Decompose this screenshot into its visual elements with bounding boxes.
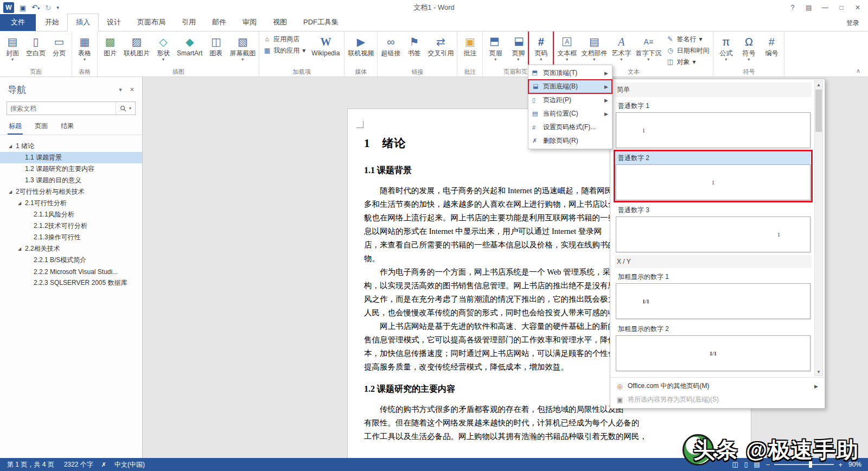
gallery-item-plain-1[interactable]: 普通数字 1 1 xyxy=(615,99,812,149)
tab-insert[interactable]: 插入 xyxy=(67,14,99,31)
tab-file[interactable]: 文件 xyxy=(0,14,36,31)
cross-reference-button[interactable]: ⇄ 交叉引用 xyxy=(425,32,456,67)
close-icon[interactable]: ✕ xyxy=(851,2,865,13)
wordart-button[interactable]: A 艺术字▾ xyxy=(609,32,633,67)
page-number-button[interactable]: # 页码▾ xyxy=(529,32,552,67)
search-icon[interactable] xyxy=(120,105,126,112)
table-button[interactable]: ▦ 表格▾ xyxy=(73,32,96,67)
tab-review[interactable]: 审阅 xyxy=(234,14,265,31)
online-video-button[interactable]: ▶ 联机视频 xyxy=(346,32,376,67)
collapse-ribbon-icon[interactable]: ∧ xyxy=(856,67,860,74)
nav-options-icon[interactable]: ▾ xyxy=(119,86,122,93)
scroll-up-icon[interactable]: ▲ xyxy=(816,81,821,88)
scroll-down-icon[interactable]: ▼ xyxy=(816,368,821,375)
tab-design[interactable]: 设计 xyxy=(99,14,129,31)
proofing-errors-icon[interactable]: ✗ xyxy=(98,461,110,468)
heading-item[interactable]: 2.2.3 SQLSERVER 2005 数据库 xyxy=(0,277,142,289)
comment-button[interactable]: ▣ 批注 xyxy=(458,32,481,67)
heading-item[interactable]: ◢1 绪论 xyxy=(0,141,142,152)
drop-cap-button[interactable]: A≡ 首字下沉▾ xyxy=(633,32,663,67)
redo-icon[interactable]: ↻ xyxy=(45,4,51,11)
chart-button[interactable]: ◫ 图表 xyxy=(205,32,227,67)
tab-page-layout[interactable]: 页面布局 xyxy=(129,14,174,31)
heading-item[interactable]: 2.1.3操作可行性 xyxy=(0,232,142,243)
collapse-triangle-icon[interactable]: ◢ xyxy=(9,144,16,149)
ribbon-display-options-icon[interactable]: ▤ xyxy=(802,2,816,13)
heading-item[interactable]: 2.1.2技术可行分析 xyxy=(0,220,142,232)
symbol-button[interactable]: Ω 符号▾ xyxy=(737,32,760,67)
menu-item-current-position[interactable]: ▤ 当前位置(C) ▶ xyxy=(528,107,612,120)
search-options-icon[interactable]: ▾ xyxy=(129,106,131,111)
gallery-item-bold-1[interactable]: 加粗显示的数字 1 1/1 xyxy=(615,270,812,320)
maximize-icon[interactable]: □ xyxy=(834,2,848,13)
collapse-triangle-icon[interactable]: ◢ xyxy=(18,201,25,206)
scroll-thumb[interactable] xyxy=(815,90,822,132)
page-break-button[interactable]: ▭ 分页 xyxy=(48,32,71,67)
menu-item-bottom-of-page[interactable]: ◧ 页面底端(B) ▶ xyxy=(528,80,612,93)
tab-mailings[interactable]: 邮件 xyxy=(204,14,234,31)
heading-item[interactable]: ◢2可行性分析与相关技术 xyxy=(0,186,142,198)
save-icon[interactable]: ▣ xyxy=(20,4,26,11)
gallery-item-bold-2[interactable]: 加粗显示的数字 2 1/1 xyxy=(615,322,812,372)
tab-pdf-tools[interactable]: PDF工具集 xyxy=(295,14,347,31)
search-input[interactable] xyxy=(7,105,116,112)
page-indicator[interactable]: 第 1 页，共 4 页 xyxy=(2,460,59,469)
document-search-box[interactable]: ▾ xyxy=(7,101,136,115)
shapes-button[interactable]: ◇ 形状▾ xyxy=(152,32,175,67)
sign-in-link[interactable]: 登录 xyxy=(838,15,868,31)
nav-tab-results[interactable]: 结果 xyxy=(60,119,75,135)
customize-qat-icon[interactable]: ▾ xyxy=(56,4,59,11)
gallery-scrollbar[interactable]: ▲ ▼ xyxy=(814,80,823,376)
pictures-button[interactable]: ▩ 图片 xyxy=(99,32,122,67)
save-selection-as-page-number[interactable]: ▣ 将所选内容另存为页码(底端)(S) xyxy=(612,393,822,406)
menu-item-top-of-page[interactable]: ◧ 页面顶端(T) ▶ xyxy=(528,66,612,80)
tab-references[interactable]: 引用 xyxy=(174,14,204,31)
nav-tab-pages[interactable]: 页面 xyxy=(34,119,49,135)
collapse-triangle-icon[interactable]: ◢ xyxy=(18,246,25,251)
bookmark-button[interactable]: ⚑ 书签 xyxy=(403,32,425,67)
help-icon[interactable]: ? xyxy=(786,2,800,13)
heading-item[interactable]: 1.3 课题的目的意义 xyxy=(0,175,142,186)
tab-home[interactable]: 开始 xyxy=(37,14,67,31)
quick-parts-button[interactable]: ▤ 文档部件▾ xyxy=(579,32,609,67)
word-app-icon[interactable]: W xyxy=(3,2,14,13)
smartart-button[interactable]: ◆ SmartArt xyxy=(175,32,205,67)
online-pictures-button[interactable]: ▨ 联机图片 xyxy=(122,32,152,67)
language-indicator[interactable]: 中文(中国) xyxy=(110,460,150,469)
heading-item[interactable]: 1.2 课题研究的主要内容 xyxy=(0,163,142,175)
heading-item[interactable]: ◢2.2相关技术 xyxy=(0,243,142,254)
heading-item[interactable]: 2.2.1 B/S模式简介 xyxy=(0,254,142,266)
hyperlink-button[interactable]: ∞ 超链接 xyxy=(379,32,403,67)
word-count[interactable]: 2322 个字 xyxy=(59,460,98,469)
object-button[interactable]: ◫ 对象▾ xyxy=(663,56,712,67)
signature-line-button[interactable]: ✎ 签名行▾ xyxy=(663,34,712,44)
gallery-item-plain-2[interactable]: 普通数字 2 1 xyxy=(615,151,812,201)
footer-button[interactable]: ◧ 页脚▾ xyxy=(507,32,529,67)
equation-button[interactable]: π 公式▾ xyxy=(714,32,737,67)
date-time-button[interactable]: ◷ 日期和时间 xyxy=(663,45,712,56)
cover-page-button[interactable]: ▤ 封面▾ xyxy=(1,32,24,67)
wikipedia-button[interactable]: W Wikipedia xyxy=(308,32,343,67)
undo-icon[interactable]: ↶▾ xyxy=(31,4,40,12)
menu-item-remove-page-numbers[interactable]: ✗ 删除页码(R) xyxy=(528,134,612,148)
blank-page-button[interactable]: ▯ 空白页 xyxy=(24,32,48,67)
collapse-triangle-icon[interactable]: ◢ xyxy=(9,189,16,194)
gallery-item-plain-3[interactable]: 普通数字 3 1 xyxy=(615,203,812,253)
nav-tab-headings[interactable]: 标题 xyxy=(8,119,23,135)
my-apps-button[interactable]: ▦ 我的应用▾ xyxy=(260,45,308,56)
numbering-button[interactable]: # 编号 xyxy=(760,32,783,67)
heading-item[interactable]: 2.1.1风险分析 xyxy=(0,209,142,220)
more-page-numbers-office-com[interactable]: ◎ Office.com 中的其他页码(M) ▶ xyxy=(612,379,822,393)
screenshot-button[interactable]: ▧ 屏幕截图▾ xyxy=(227,32,258,67)
text-box-button[interactable]: A 文本框▾ xyxy=(555,32,579,67)
heading-item[interactable]: ◢2.1可行性分析 xyxy=(0,198,142,209)
minimize-icon[interactable]: — xyxy=(818,2,832,13)
nav-close-icon[interactable]: ✕ xyxy=(130,86,135,93)
header-button[interactable]: ◧ 页眉▾ xyxy=(484,32,507,67)
store-button[interactable]: ⌂ 应用商店 xyxy=(260,34,308,44)
tab-view[interactable]: 视图 xyxy=(265,14,295,31)
heading-item-selected[interactable]: 1.1 课题背景 xyxy=(0,152,142,163)
heading-item[interactable]: 2.2.2 Microsoft Visual Studi... xyxy=(0,266,142,277)
menu-item-page-margins[interactable]: ▯ 页边距(P) ▶ xyxy=(528,93,612,107)
menu-item-format-page-numbers[interactable]: # 设置页码格式(F)... xyxy=(528,120,612,134)
